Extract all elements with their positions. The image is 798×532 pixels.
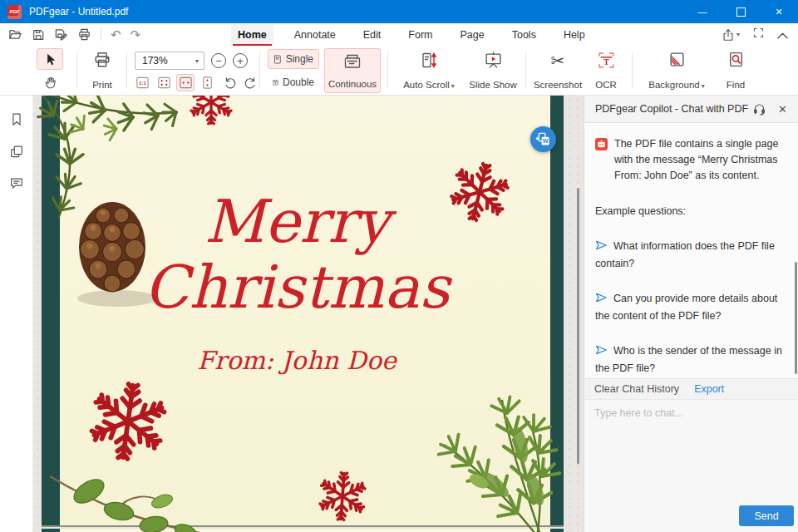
undo-button[interactable]: ↶ bbox=[111, 28, 121, 41]
toolbar-separator bbox=[387, 52, 388, 88]
content-area: Merry Christmas From: John Doe bbox=[0, 96, 798, 532]
convert-to-word-button[interactable]: W bbox=[530, 126, 556, 152]
left-sidebar bbox=[0, 96, 33, 532]
copilot-title: PDFgear Copilot - Chat with PDF bbox=[595, 103, 748, 115]
send-button[interactable]: Send bbox=[739, 505, 794, 526]
redo-button[interactable]: ↷ bbox=[131, 28, 141, 41]
close-button[interactable]: ✕ bbox=[760, 0, 798, 23]
examples-intro: Example questions: bbox=[595, 204, 787, 219]
open-file-button[interactable] bbox=[8, 27, 22, 42]
chat-area: The PDF file contains a single page with… bbox=[584, 123, 798, 378]
caret-down-icon: ▾ bbox=[736, 31, 740, 38]
pdf-page bbox=[42, 96, 564, 527]
svg-text:T: T bbox=[603, 57, 609, 66]
robot-icon bbox=[595, 138, 608, 150]
zoom-level-input[interactable] bbox=[135, 54, 192, 67]
document-scrollbar[interactable] bbox=[577, 188, 579, 464]
caret-down-icon: ▾ bbox=[702, 82, 705, 90]
qat-separator bbox=[101, 28, 101, 41]
background-icon bbox=[668, 51, 686, 68]
fit-width-button[interactable] bbox=[176, 74, 195, 91]
print-icon bbox=[93, 51, 111, 69]
ocr-button[interactable]: T OCR bbox=[587, 48, 625, 93]
tab-page[interactable]: Page bbox=[454, 24, 491, 46]
rotate-left-button[interactable] bbox=[241, 74, 259, 91]
export-chat-button[interactable]: Export bbox=[694, 383, 724, 395]
zoom-out-button[interactable]: − bbox=[211, 53, 226, 68]
maximize-button[interactable] bbox=[722, 0, 760, 23]
app-logo-icon: PDF bbox=[7, 5, 22, 19]
headset-icon bbox=[752, 102, 766, 116]
hand-tool-button[interactable] bbox=[37, 71, 63, 92]
double-page-view-button[interactable]: Double bbox=[268, 72, 319, 92]
example-question-3[interactable]: Who is the sender of the message in the … bbox=[595, 343, 787, 377]
actual-size-button[interactable]: 1:1 bbox=[133, 74, 151, 91]
tab-form[interactable]: Form bbox=[401, 24, 439, 46]
window-title: PDFgear - Untitled.pdf bbox=[29, 6, 128, 17]
find-icon bbox=[727, 51, 745, 68]
comments-panel-button[interactable] bbox=[9, 175, 24, 194]
select-tool-button[interactable] bbox=[37, 48, 63, 70]
cursor-icon bbox=[44, 52, 57, 66]
menu-right-controls: ▾ bbox=[722, 23, 788, 46]
toolbar-separator bbox=[259, 52, 260, 88]
fullscreen-button[interactable] bbox=[752, 27, 765, 42]
example-question-1[interactable]: What information does the PDF file conta… bbox=[595, 239, 787, 272]
copilot-scrollbar[interactable] bbox=[795, 262, 797, 374]
auto-scroll-icon bbox=[420, 51, 438, 70]
card-right-border bbox=[550, 96, 564, 525]
screenshot-button[interactable]: ✂ Screenshot bbox=[530, 48, 585, 93]
menu-bar: ↶ ↷ Home Annotate Edit Form Page Tools H… bbox=[0, 23, 798, 46]
tab-home[interactable]: Home bbox=[231, 24, 273, 46]
card-left-border bbox=[42, 96, 60, 525]
send-triangle-icon bbox=[595, 239, 608, 256]
rotate-right-button[interactable] bbox=[221, 74, 239, 91]
document-viewport[interactable]: Merry Christmas From: John Doe bbox=[33, 96, 584, 532]
single-page-view-button[interactable]: Single bbox=[268, 49, 319, 69]
maximize-icon bbox=[736, 7, 746, 17]
chat-input-area: Send bbox=[584, 400, 798, 532]
assistant-message: The PDF file contains a single page with… bbox=[595, 136, 787, 184]
clear-chat-history-button[interactable]: Clear Chat History bbox=[594, 383, 679, 395]
tab-help[interactable]: Help bbox=[557, 24, 592, 46]
bookmarks-panel-button[interactable] bbox=[9, 111, 24, 131]
close-icon: ✕ bbox=[775, 7, 782, 17]
save-as-button[interactable] bbox=[54, 27, 68, 42]
title-bar: PDF PDFgear - Untitled.pdf — ✕ bbox=[0, 0, 798, 23]
pages-panel-button[interactable] bbox=[9, 144, 24, 163]
fit-page-button[interactable] bbox=[155, 74, 173, 91]
print-button[interactable]: Print bbox=[83, 48, 121, 93]
collapse-ribbon-button[interactable] bbox=[777, 27, 788, 42]
minimize-icon: — bbox=[698, 7, 707, 17]
slide-show-button[interactable]: Slide Show bbox=[466, 48, 520, 93]
chat-input[interactable] bbox=[584, 400, 798, 500]
tab-annotate[interactable]: Annotate bbox=[288, 24, 342, 46]
caret-down-icon: ▾ bbox=[195, 57, 199, 65]
svg-text:1:1: 1:1 bbox=[139, 80, 146, 86]
continuous-view-button[interactable]: Continuous bbox=[324, 48, 381, 93]
print-quick-button[interactable] bbox=[77, 27, 91, 42]
fit-height-button[interactable] bbox=[198, 74, 216, 91]
toolbar-separator bbox=[525, 52, 526, 88]
ribbon-tabs: Home Annotate Edit Form Page Tools Help bbox=[231, 23, 592, 46]
auto-scroll-button[interactable]: Auto Scroll▾ bbox=[396, 48, 462, 93]
zoom-level-select[interactable]: ▾ bbox=[135, 52, 204, 70]
pdf-next-page-edge bbox=[42, 529, 564, 532]
support-button[interactable] bbox=[752, 102, 766, 116]
minimize-button[interactable]: — bbox=[683, 0, 722, 23]
save-button[interactable] bbox=[32, 28, 45, 42]
example-question-2[interactable]: Can you provide more details about the c… bbox=[595, 291, 787, 324]
share-button[interactable]: ▾ bbox=[722, 28, 740, 42]
zoom-in-button[interactable]: + bbox=[233, 53, 248, 68]
copilot-header: PDFgear Copilot - Chat with PDF ✕ bbox=[584, 96, 798, 123]
home-toolbar: Print ▾ − + 1:1 Single bbox=[0, 46, 798, 96]
assistant-message-text: The PDF file contains a single page with… bbox=[614, 136, 787, 184]
card-right-border bbox=[550, 529, 564, 532]
find-button[interactable]: Find bbox=[717, 48, 755, 93]
toolbar-separator bbox=[76, 52, 77, 88]
tab-edit[interactable]: Edit bbox=[357, 24, 388, 46]
copilot-close-button[interactable]: ✕ bbox=[778, 103, 787, 116]
background-button[interactable]: Background▾ bbox=[640, 48, 713, 93]
tab-tools[interactable]: Tools bbox=[505, 24, 543, 46]
single-page-icon bbox=[273, 53, 282, 66]
